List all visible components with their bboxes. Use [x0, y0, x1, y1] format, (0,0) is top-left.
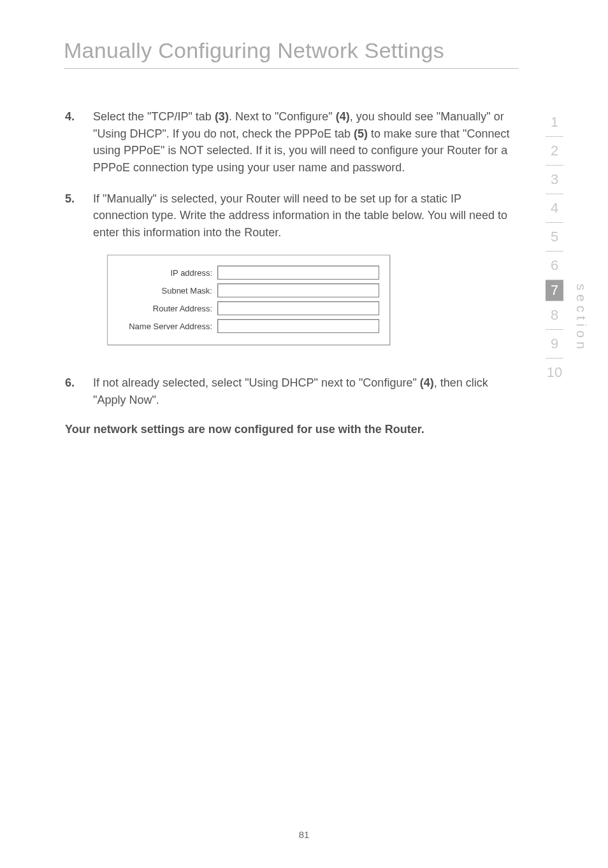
network-settings-form: IP address: Subnet Mask: Router Address:… [107, 255, 390, 345]
step-6-text-a: If not already selected, select "Using D… [93, 376, 420, 389]
step-6: 6. If not already selected, select "Usin… [65, 374, 519, 408]
section-4[interactable]: 4 [546, 194, 563, 222]
step-4-ref-3: (3) [215, 110, 229, 123]
step-6-number: 6. [65, 374, 93, 408]
section-label: section [574, 283, 589, 353]
step-5: 5. If "Manually" is selected, your Route… [65, 190, 519, 241]
step-4-number: 4. [65, 108, 93, 176]
content-area: 4. Select the "TCP/IP" tab (3). Next to … [64, 108, 519, 436]
step-6-ref-4: (4) [420, 376, 434, 389]
section-10[interactable]: 10 [546, 359, 563, 387]
subnet-mask-input[interactable] [217, 283, 379, 297]
step-5-number: 5. [65, 190, 93, 241]
step-4: 4. Select the "TCP/IP" tab (3). Next to … [65, 108, 519, 176]
section-9[interactable]: 9 [546, 330, 563, 358]
footer-confirmation: Your network settings are now configured… [65, 423, 519, 436]
step-4-text-a: Select the "TCP/IP" tab [93, 110, 215, 123]
section-5[interactable]: 5 [546, 223, 563, 251]
step-4-body: Select the "TCP/IP" tab (3). Next to "Co… [93, 108, 519, 176]
ip-address-label: IP address: [118, 268, 217, 278]
section-6[interactable]: 6 [546, 252, 563, 280]
page-number: 81 [0, 829, 608, 840]
subnet-mask-label: Subnet Mask: [118, 286, 217, 295]
title-rule [64, 68, 519, 69]
section-nav: 1 2 3 4 5 6 7 8 9 10 [540, 108, 568, 387]
ip-address-input[interactable] [217, 266, 379, 280]
ip-address-row: IP address: [118, 266, 379, 280]
section-7-active[interactable]: 7 [546, 280, 563, 301]
section-3[interactable]: 3 [546, 166, 563, 194]
section-8[interactable]: 8 [546, 301, 563, 329]
page-title: Manually Configuring Network Settings [64, 38, 519, 63]
router-address-input[interactable] [217, 301, 379, 315]
section-2[interactable]: 2 [546, 137, 563, 165]
subnet-mask-row: Subnet Mask: [118, 283, 379, 297]
router-address-row: Router Address: [118, 301, 379, 315]
step-5-body: If "Manually" is selected, your Router w… [93, 190, 519, 241]
name-server-label: Name Server Address: [118, 322, 217, 331]
page-root: Manually Configuring Network Settings 4.… [0, 0, 608, 868]
section-1[interactable]: 1 [546, 108, 563, 136]
step-4-text-b: . Next to "Configure" [229, 110, 336, 123]
name-server-input[interactable] [217, 319, 379, 333]
name-server-row: Name Server Address: [118, 319, 379, 333]
router-address-label: Router Address: [118, 304, 217, 313]
step-4-ref-4: (4) [336, 110, 350, 123]
step-4-ref-5: (5) [354, 127, 368, 140]
step-6-body: If not already selected, select "Using D… [93, 374, 519, 408]
